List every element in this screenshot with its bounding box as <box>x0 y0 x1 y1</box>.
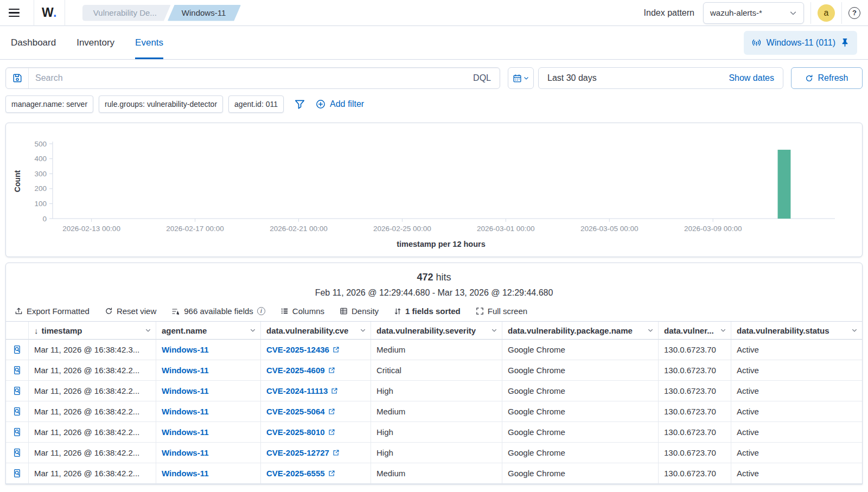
query-language-button[interactable]: DQL <box>464 73 500 83</box>
filter-options-button[interactable] <box>295 99 305 110</box>
fields-icon <box>171 307 180 316</box>
full-screen-button[interactable]: Full screen <box>476 306 527 316</box>
cve-link[interactable]: CVE-2024-11113 <box>266 386 338 395</box>
cell-agent-name[interactable]: Windows-11 <box>156 401 261 422</box>
chevron-down-icon <box>360 327 366 334</box>
show-dates-button[interactable]: Show dates <box>720 73 783 83</box>
expand-row-button[interactable] <box>6 360 29 381</box>
date-picker-toggle[interactable] <box>508 67 534 89</box>
column-header-agent-name[interactable]: agent.name <box>156 322 261 340</box>
svg-text:2026-03-05 00:00: 2026-03-05 00:00 <box>580 225 639 233</box>
cell-timestamp: Mar 11, 2026 @ 16:38:42.2... <box>29 443 156 463</box>
expand-row-button[interactable] <box>6 422 29 443</box>
add-filter-button[interactable]: Add filter <box>316 99 364 109</box>
tab-events[interactable]: Events <box>135 26 163 59</box>
external-link-icon <box>328 429 335 436</box>
cell-package-name: Google Chrome <box>502 401 659 422</box>
refresh-icon <box>805 74 813 82</box>
cell-cve[interactable]: CVE-2025-5064 <box>261 401 371 422</box>
info-icon[interactable]: i <box>257 307 265 315</box>
cell-status: Active <box>731 443 862 463</box>
column-header-data-vulnerability-cve[interactable]: data.vulnerability.cve <box>261 322 371 340</box>
agent-name-link[interactable]: Windows-11 <box>162 386 209 395</box>
breadcrumb-vulnerability-detection[interactable]: Vulnerability De... <box>82 5 171 21</box>
cell-agent-name[interactable]: Windows-11 <box>156 422 261 443</box>
agent-name-link[interactable]: Windows-11 <box>162 448 209 457</box>
filter-pill-agent-id[interactable]: agent.id: 011 <box>228 95 284 113</box>
cell-timestamp: Mar 11, 2026 @ 16:38:42.2... <box>29 463 156 484</box>
svg-text:100: 100 <box>34 200 47 208</box>
cve-link[interactable]: CVE-2025-8010 <box>266 427 335 437</box>
cell-cve[interactable]: CVE-2025-4609 <box>261 360 371 381</box>
tab-inventory[interactable]: Inventory <box>76 26 114 59</box>
column-header-data-vulnerability-status[interactable]: data.vulnerability.status <box>731 322 862 340</box>
filter-pill-rule-groups[interactable]: rule.groups: vulnerability-detector <box>99 95 223 113</box>
pin-icon[interactable] <box>840 38 850 47</box>
cell-cve[interactable]: CVE-2025-12727 <box>261 443 371 463</box>
cell-cve[interactable]: CVE-2025-8010 <box>261 422 371 443</box>
cell-cve[interactable]: CVE-2025-6555 <box>261 463 371 484</box>
cell-version: 130.0.6723.70 <box>659 381 731 401</box>
reset-view-button[interactable]: Reset view <box>105 306 156 316</box>
save-query-button[interactable] <box>6 68 29 88</box>
column-header-data-vulnerability-package-name[interactable]: data.vulnerability.package.name <box>502 322 659 340</box>
reset-icon <box>105 307 113 315</box>
expand-row-button[interactable] <box>6 443 29 463</box>
density-button[interactable]: Density <box>340 306 379 316</box>
expand-row-button[interactable] <box>6 463 29 484</box>
events-data-grid: ↓timestampagent.namedata.vulnerability.c… <box>6 321 862 484</box>
svg-text:300: 300 <box>34 170 47 178</box>
cell-agent-name[interactable]: Windows-11 <box>156 381 261 401</box>
columns-button[interactable]: Columns <box>280 306 324 316</box>
export-formatted-button[interactable]: Export Formatted <box>15 306 90 316</box>
expand-row-button[interactable] <box>6 381 29 401</box>
cell-severity: High <box>371 443 502 463</box>
expand-row-button[interactable] <box>6 340 29 360</box>
tab-dashboard[interactable]: Dashboard <box>11 26 56 59</box>
cve-link[interactable]: CVE-2025-12436 <box>266 345 340 354</box>
index-pattern-label: Index pattern <box>644 8 694 18</box>
expand-document-icon <box>12 366 22 375</box>
date-range-box: Last 30 days Show dates <box>538 67 783 89</box>
cell-cve[interactable]: CVE-2024-11113 <box>261 381 371 401</box>
agent-name-link[interactable]: Windows-11 <box>162 345 209 354</box>
top-bar: W. Vulnerability De... Windows-11 Index … <box>0 0 868 26</box>
time-range-value[interactable]: Last 30 days <box>539 73 720 83</box>
avatar[interactable]: a <box>818 4 835 22</box>
cve-link[interactable]: CVE-2025-5064 <box>266 407 335 416</box>
agent-name-link[interactable]: Windows-11 <box>162 407 209 416</box>
cell-agent-name[interactable]: Windows-11 <box>156 360 261 381</box>
agent-badge[interactable]: Windows-11 (011) <box>744 31 857 55</box>
refresh-button[interactable]: Refresh <box>791 67 863 89</box>
wazuh-logo[interactable]: W. <box>42 5 57 20</box>
cell-agent-name[interactable]: Windows-11 <box>156 463 261 484</box>
available-fields-button[interactable]: 966 available fields i <box>171 306 265 316</box>
search-input[interactable] <box>29 73 464 83</box>
histogram-chart[interactable]: 01002003004005002026-02-13 00:002026-02-… <box>9 127 858 253</box>
histogram-bar[interactable] <box>778 150 791 219</box>
column-header-timestamp[interactable]: ↓timestamp <box>29 322 156 340</box>
cve-link[interactable]: CVE-2025-12727 <box>266 448 340 457</box>
y-axis-label: Count <box>13 170 22 192</box>
cell-agent-name[interactable]: Windows-11 <box>156 443 261 463</box>
density-icon <box>340 307 348 315</box>
cell-version: 130.0.6723.70 <box>659 443 731 463</box>
cell-cve[interactable]: CVE-2025-12436 <box>261 340 371 360</box>
agent-name-link[interactable]: Windows-11 <box>162 427 209 437</box>
cell-version: 130.0.6723.70 <box>659 340 731 360</box>
cell-agent-name[interactable]: Windows-11 <box>156 340 261 360</box>
index-pattern-select[interactable]: wazuh-alerts-* <box>703 2 804 24</box>
fields-sorted-button[interactable]: 1 fields sorted <box>394 306 461 316</box>
agent-name-link[interactable]: Windows-11 <box>162 469 209 478</box>
column-header-data-vulner-[interactable]: data.vulner... <box>659 322 731 340</box>
menu-icon[interactable] <box>8 4 26 22</box>
help-icon[interactable]: ? <box>848 7 860 19</box>
column-header-data-vulnerability-severity[interactable]: data.vulnerability.severity <box>371 322 502 340</box>
expand-row-button[interactable] <box>6 401 29 422</box>
cve-link[interactable]: CVE-2025-4609 <box>266 366 335 375</box>
agent-name-link[interactable]: Windows-11 <box>162 366 209 375</box>
search-box: DQL <box>5 67 500 89</box>
breadcrumb-windows-11[interactable]: Windows-11 <box>168 5 241 21</box>
filter-pill-manager-name[interactable]: manager.name: server <box>5 95 93 113</box>
cve-link[interactable]: CVE-2025-6555 <box>266 469 335 478</box>
